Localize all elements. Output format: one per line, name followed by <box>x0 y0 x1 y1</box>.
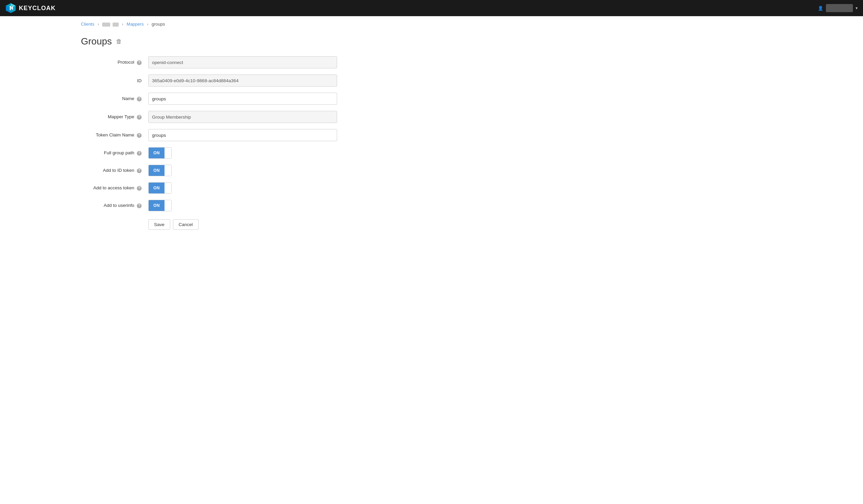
name-row: Name ? <box>81 93 337 105</box>
id-row: ID <box>81 75 337 87</box>
token-claim-name-label: Token Claim Name ? <box>81 132 148 138</box>
add-to-userinfo-toggle-wrapper: ON <box>148 200 172 211</box>
breadcrumb-sep-2: › <box>122 22 123 27</box>
name-input[interactable] <box>148 93 337 105</box>
token-claim-name-help-icon[interactable]: ? <box>137 133 141 138</box>
full-group-path-toggle-wrapper: ON <box>148 147 172 159</box>
add-to-id-token-toggle[interactable]: ON <box>148 165 172 176</box>
keycloak-logo-icon <box>5 3 16 13</box>
add-to-access-token-toggle-on: ON <box>149 183 164 193</box>
page-title: Groups <box>81 36 112 47</box>
user-info-placeholder[interactable] <box>826 4 853 12</box>
breadcrumb-current: groups <box>152 22 165 27</box>
breadcrumb-clients-link[interactable]: Clients <box>81 22 95 27</box>
breadcrumb-sep-3: › <box>147 22 148 27</box>
breadcrumb-sep-1: › <box>97 22 99 27</box>
add-to-access-token-label: Add to access token ? <box>81 185 148 191</box>
mapper-type-row: Mapper Type ? <box>81 111 337 123</box>
user-icon: 👤 <box>818 6 823 11</box>
breadcrumb: Clients › › Mappers › groups <box>0 16 863 29</box>
add-to-access-token-toggle-off <box>164 183 171 193</box>
logo-text: KEYCLOAK <box>19 5 55 12</box>
add-to-access-token-toggle[interactable]: ON <box>148 182 172 194</box>
protocol-row: Protocol ? <box>81 56 337 68</box>
add-to-userinfo-toggle-off <box>164 200 171 211</box>
add-to-id-token-row: Add to ID token ? ON <box>81 165 337 176</box>
full-group-path-toggle[interactable]: ON <box>148 147 172 159</box>
chevron-down-icon[interactable]: ▾ <box>855 6 858 11</box>
id-label: ID <box>81 78 148 83</box>
mapper-type-label: Mapper Type ? <box>81 114 148 120</box>
cancel-button[interactable]: Cancel <box>173 219 199 230</box>
add-to-id-token-label: Add to ID token ? <box>81 168 148 173</box>
add-to-id-token-toggle-off <box>164 165 171 176</box>
protocol-label: Protocol ? <box>81 60 148 65</box>
button-row: Save Cancel <box>148 219 337 230</box>
full-group-path-row: Full group path ? ON <box>81 147 337 159</box>
delete-icon[interactable]: 🗑 <box>116 38 122 45</box>
protocol-input <box>148 56 337 68</box>
add-to-userinfo-toggle-on: ON <box>149 200 164 211</box>
name-label: Name ? <box>81 96 148 101</box>
main-content: Groups 🗑 Protocol ? ID Name ? <box>0 29 863 243</box>
full-group-path-toggle-off <box>164 147 171 158</box>
token-claim-name-input[interactable] <box>148 129 337 141</box>
add-to-access-token-help-icon[interactable]: ? <box>137 186 141 191</box>
svg-rect-3 <box>10 6 11 11</box>
name-help-icon[interactable]: ? <box>137 97 141 101</box>
top-navigation: KEYCLOAK 👤 ▾ <box>0 0 863 16</box>
full-group-path-label: Full group path ? <box>81 150 148 156</box>
add-to-userinfo-row: Add to userinfo ? ON <box>81 200 337 211</box>
protocol-help-icon[interactable]: ? <box>137 60 141 65</box>
mapper-type-input <box>148 111 337 123</box>
add-to-id-token-toggle-on: ON <box>149 165 164 176</box>
token-claim-name-row: Token Claim Name ? <box>81 129 337 141</box>
full-group-path-toggle-on: ON <box>149 147 164 158</box>
form-section: Protocol ? ID Name ? Mapper Type ? <box>81 56 337 230</box>
page-title-area: Groups 🗑 <box>81 36 850 47</box>
breadcrumb-mappers-link[interactable]: Mappers <box>127 22 144 27</box>
add-to-id-token-help-icon[interactable]: ? <box>137 168 141 173</box>
breadcrumb-client-link[interactable] <box>102 22 120 27</box>
logo-area: KEYCLOAK <box>5 3 55 13</box>
mapper-type-help-icon[interactable]: ? <box>137 115 141 120</box>
add-to-userinfo-toggle[interactable]: ON <box>148 200 172 211</box>
add-to-id-token-toggle-wrapper: ON <box>148 165 172 176</box>
save-button[interactable]: Save <box>148 219 170 230</box>
add-to-access-token-row: Add to access token ? ON <box>81 182 337 194</box>
full-group-path-help-icon[interactable]: ? <box>137 151 141 156</box>
add-to-userinfo-help-icon[interactable]: ? <box>137 204 141 208</box>
id-input <box>148 75 337 87</box>
add-to-access-token-toggle-wrapper: ON <box>148 182 172 194</box>
add-to-userinfo-label: Add to userinfo ? <box>81 203 148 208</box>
topnav-right-area: 👤 ▾ <box>818 4 858 12</box>
